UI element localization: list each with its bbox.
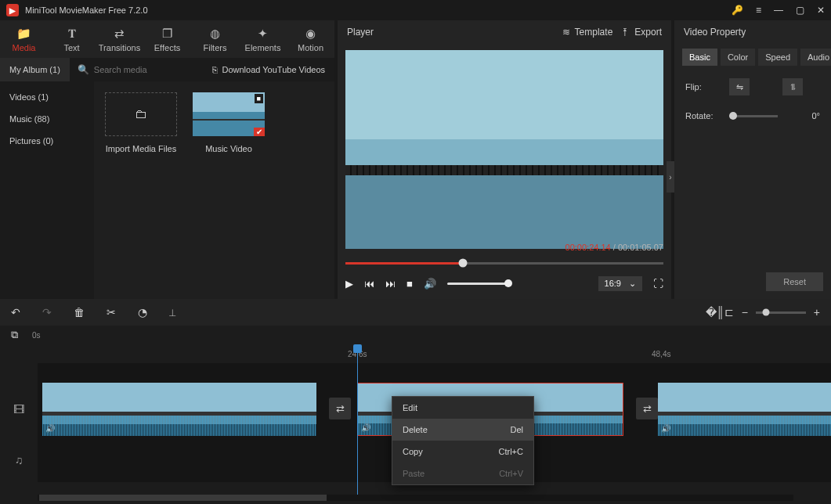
play-icon[interactable]: ▶ — [345, 278, 353, 290]
timeline-scrollbar[interactable] — [38, 495, 793, 501]
app-logo-icon: ▶ — [6, 4, 19, 16]
ctx-copy-label: Copy — [403, 447, 423, 456]
stop-icon[interactable]: ■ — [406, 278, 413, 290]
layers-icon: ≋ — [562, 27, 570, 38]
timeline-clip[interactable]: 🔊 — [42, 383, 316, 436]
speaker-icon: 🔊 — [361, 423, 370, 432]
search-box[interactable]: 🔍 — [70, 64, 203, 75]
playhead[interactable] — [357, 344, 358, 495]
prop-tab-speed[interactable]: Speed — [758, 49, 797, 66]
delete-icon[interactable]: 🗑 — [74, 306, 85, 319]
timeline-ruler[interactable]: 24,6s 48,4s — [38, 344, 831, 363]
minimize-icon[interactable]: — — [774, 5, 783, 16]
volume-slider[interactable] — [447, 283, 508, 285]
used-check-icon: ✔ — [254, 128, 265, 136]
tab-transitions[interactable]: ⇄Transitions — [96, 20, 143, 58]
ctx-delete-key: Del — [510, 425, 523, 434]
transition-slot[interactable]: ⇄ — [329, 398, 351, 419]
download-youtube-link[interactable]: ⎘ Download YouTube Videos — [203, 65, 335, 74]
ctx-delete[interactable]: DeleteDel — [392, 419, 533, 441]
transition-slot[interactable]: ⇄ — [636, 398, 658, 419]
speed-icon[interactable]: ◔ — [138, 306, 147, 319]
filters-icon: ◍ — [210, 27, 220, 41]
export-button[interactable]: ⭱Export — [620, 27, 662, 38]
close-icon[interactable]: ✕ — [817, 5, 825, 16]
library-tab-my-album[interactable]: My Album (1) — [0, 58, 70, 81]
rotate-slider[interactable] — [729, 115, 778, 117]
ctx-edit-label: Edit — [403, 403, 417, 412]
search-input[interactable] — [94, 65, 164, 74]
context-menu: Edit DeleteDel CopyCtrl+C PasteCtrl+V — [392, 396, 534, 485]
media-clip-card[interactable]: ■ ✔ Music Video — [193, 92, 265, 153]
prop-tab-audio[interactable]: Audio — [800, 49, 831, 66]
reset-button[interactable]: Reset — [766, 272, 823, 291]
export-icon: ⭱ — [620, 27, 630, 38]
aspect-ratio-select[interactable]: 16:9⌄ — [598, 276, 642, 291]
property-title: Video Property — [674, 20, 831, 44]
import-media-card[interactable]: 🗀 Import Media Files — [105, 92, 177, 153]
total-time: 00:01:05.07 — [618, 243, 663, 252]
seek-knob[interactable] — [459, 259, 468, 268]
effects-icon: ❐ — [162, 27, 172, 41]
tab-effects[interactable]: ❐Effects — [143, 20, 191, 58]
crop-icon[interactable]: ⟂ — [169, 306, 175, 319]
transitions-icon: ⇄ — [114, 27, 125, 41]
tab-elements[interactable]: ✦Elements — [239, 20, 287, 58]
clip-thumbnail[interactable]: ■ ✔ — [193, 92, 265, 136]
timeline-clip[interactable]: 🔊 — [658, 383, 831, 436]
maximize-icon[interactable]: ▢ — [796, 5, 804, 16]
undo-icon[interactable]: ↶ — [11, 306, 20, 319]
flip-horizontal-button[interactable]: ⇋ — [729, 78, 750, 95]
property-panel: › Video Property Basic Color Speed Audio… — [674, 20, 831, 299]
upgrade-key-icon[interactable]: 🔑 — [732, 5, 743, 16]
tab-media[interactable]: 📁Media — [0, 20, 48, 58]
elements-icon: ✦ — [258, 27, 268, 41]
ctx-paste[interactable]: PasteCtrl+V — [392, 463, 533, 484]
zoom-slider[interactable] — [756, 311, 806, 314]
split-icon[interactable]: ✂ — [107, 306, 116, 319]
next-frame-icon[interactable]: ⏭ — [385, 278, 396, 290]
ctx-edit[interactable]: Edit — [392, 397, 533, 419]
tab-text[interactable]: 𝐓Text — [48, 20, 96, 58]
tab-transitions-label: Transitions — [99, 43, 140, 52]
prev-frame-icon[interactable]: ⏮ — [364, 278, 374, 290]
zoom-in-icon[interactable]: + — [814, 306, 820, 319]
audio-track-icon: ♫ — [15, 454, 23, 466]
import-label: Import Media Files — [106, 144, 176, 153]
flip-label: Flip: — [685, 82, 720, 92]
ctx-delete-label: Delete — [403, 425, 428, 434]
sidebar-item-pictures[interactable]: Pictures (0) — [0, 130, 94, 152]
ruler-0-top: 0s — [32, 331, 41, 340]
redo-icon[interactable]: ↷ — [42, 306, 52, 319]
tab-motion[interactable]: ◉Motion — [287, 20, 334, 58]
player-title: Player — [347, 27, 374, 38]
flip-vertical-button[interactable]: ⥮ — [782, 78, 803, 95]
hamburger-menu-icon[interactable]: ≡ — [756, 5, 761, 16]
search-icon: 🔍 — [78, 64, 89, 75]
player-panel: Player ≋Template ⭱Export 00:00:24.14 / 0… — [334, 20, 674, 299]
volume-icon[interactable]: 🔊 — [424, 278, 436, 290]
seek-bar[interactable]: 00:00:24.14 / 00:01:05.07 — [345, 255, 663, 271]
fit-zoom-icon[interactable]: �║⊏ — [706, 306, 734, 319]
tab-elements-label: Elements — [245, 43, 281, 52]
add-track-icon[interactable]: ⧉ — [11, 329, 18, 341]
ctx-copy[interactable]: CopyCtrl+C — [392, 441, 533, 463]
collapse-panel-icon[interactable]: › — [667, 161, 674, 193]
sidebar-item-videos[interactable]: Videos (1) — [0, 86, 94, 108]
app-title: MiniTool MovieMaker Free 7.2.0 — [25, 5, 732, 15]
video-track-icon: 🎞 — [13, 403, 24, 416]
fullscreen-icon[interactable]: ⛶ — [653, 278, 663, 290]
video-badge-icon: ■ — [255, 94, 263, 103]
video-preview[interactable] — [345, 50, 663, 249]
zoom-out-icon[interactable]: − — [742, 306, 748, 319]
title-bar: ▶ MiniTool MovieMaker Free 7.2.0 🔑 ≡ — ▢… — [0, 0, 831, 20]
motion-icon: ◉ — [305, 27, 316, 41]
tab-filters[interactable]: ◍Filters — [191, 20, 239, 58]
ruler-mark-2: 48,4s — [652, 350, 670, 358]
prop-tab-basic[interactable]: Basic — [682, 49, 717, 66]
sidebar-item-music[interactable]: Music (88) — [0, 108, 94, 130]
template-button[interactable]: ≋Template — [562, 27, 613, 38]
tab-motion-label: Motion — [298, 43, 323, 52]
speaker-icon: 🔊 — [45, 424, 55, 433]
prop-tab-color[interactable]: Color — [721, 49, 755, 66]
